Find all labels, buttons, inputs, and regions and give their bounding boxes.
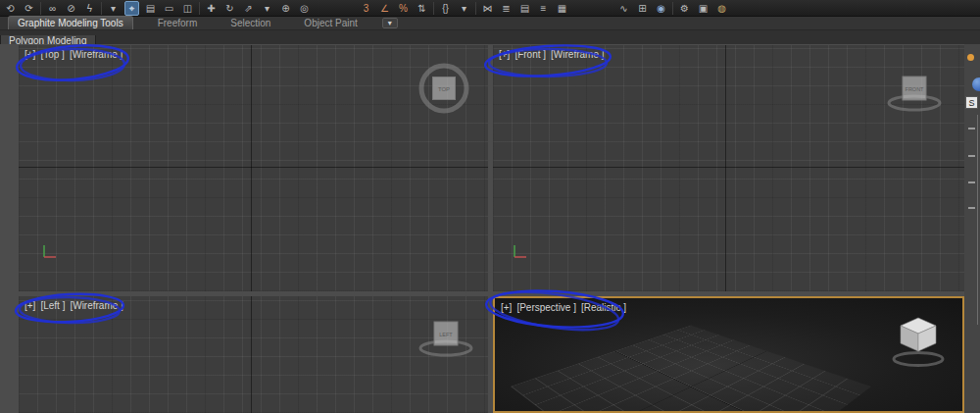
toggle-layer-explorer-icon[interactable]: ≡ (536, 1, 551, 16)
grid-axis-vertical (251, 296, 252, 413)
bind-to-space-warp-icon[interactable]: ϟ (82, 1, 97, 16)
viewport-shading-menu[interactable]: [Wireframe ] (551, 49, 604, 60)
render-production-icon[interactable]: ◍ (714, 1, 729, 16)
sphere-icon[interactable] (972, 77, 980, 91)
toolbar-separator (101, 2, 102, 15)
align-icon[interactable]: ≣ (499, 1, 514, 16)
viewport-left[interactable]: [+] [Left ] [Wireframe ] LEFT (19, 296, 488, 413)
undo-icon[interactable]: ⟲ (3, 1, 18, 16)
grid-axis-horizontal (19, 167, 488, 168)
viewport-label: [+] [Top ] [Wireframe ] (24, 49, 122, 60)
use-pivot-point-icon[interactable]: ⊕ (278, 1, 293, 16)
viewport-label: [+] [Left ] [Wireframe ] (24, 300, 123, 311)
viewport-pov-menu[interactable]: [Perspective ] (516, 302, 576, 313)
mirror-icon[interactable]: ⋈ (480, 1, 495, 16)
window-crossing-toggle-icon[interactable]: ◫ (180, 1, 195, 16)
grid-axis-horizontal (614, 351, 803, 413)
viewport-label: [+] [Front ] [Wireframe ] (499, 49, 605, 60)
select-and-rotate-icon[interactable]: ↻ (222, 1, 237, 16)
viewport-area: [+] [Top ] [Wireframe ] TOP [+] [Front ]… (0, 44, 964, 413)
toolbar-separator (475, 2, 476, 15)
select-and-link-icon[interactable]: ∞ (45, 1, 60, 16)
viewport-pov-menu[interactable]: [Top ] (40, 49, 64, 60)
viewcube-icon[interactable]: TOP (416, 61, 471, 116)
viewport-shading-menu[interactable]: [Wireframe ] (70, 49, 122, 60)
toggle-scene-explorer-icon[interactable]: ▤ (517, 1, 532, 16)
graphite-ribbon-toggle-icon[interactable]: ▦ (555, 1, 569, 16)
select-and-manipulate-icon[interactable]: ◎ (297, 1, 312, 16)
rollout-dash-icon (968, 181, 975, 183)
redo-icon[interactable]: ⟳ (22, 1, 36, 16)
svg-text:TOP: TOP (438, 86, 450, 92)
select-by-name-icon[interactable]: ▤ (143, 1, 158, 16)
named-selection-sets-dropdown-icon[interactable]: ▾ (457, 1, 471, 16)
grid-axis-vertical (251, 45, 252, 291)
command-panel-strip: S (964, 44, 980, 413)
render-setup-icon[interactable]: ⚙ (677, 1, 692, 16)
select-object-icon[interactable]: ⌖ (124, 1, 139, 16)
grid-axis-horizontal (493, 167, 964, 168)
viewport-pov-menu[interactable]: [Left ] (40, 300, 65, 311)
panel-edge (977, 115, 978, 325)
tab-object-paint[interactable]: Object Paint (295, 17, 366, 29)
grid-axis-vertical (725, 45, 726, 291)
rendered-frame-window-icon[interactable]: ▣ (696, 1, 710, 16)
spinner-snap-toggle-icon[interactable]: ⇅ (415, 1, 429, 16)
reference-coordinate-dropdown-icon[interactable]: ▾ (260, 1, 274, 16)
rollout-dash-icon (968, 128, 975, 129)
tab-freeform[interactable]: Freeform (149, 17, 207, 29)
tab-graphite-modeling-tools[interactable]: Graphite Modeling Tools (8, 16, 133, 29)
toolbar-separator (199, 2, 200, 15)
viewcube-icon[interactable] (889, 312, 948, 369)
pin-icon (967, 54, 974, 61)
viewport-shading-menu[interactable]: [Realistic ] (581, 302, 626, 313)
ground-grid (511, 326, 871, 413)
percent-snap-toggle-icon[interactable]: % (396, 1, 411, 16)
viewport-perspective[interactable]: [+] [Perspective ] [Realistic ] (493, 296, 964, 413)
axis-tripod-icon (509, 242, 530, 264)
ribbon-panel-row: Polygon Modeling (0, 30, 980, 44)
svg-text:LEFT: LEFT (439, 332, 453, 337)
viewport-label: [+] [Perspective ] [Realistic ] (501, 302, 626, 313)
viewport-pov-menu[interactable]: [Front ] (514, 49, 546, 60)
rollout-dash-icon (968, 207, 975, 209)
selection-filter-dropdown-icon[interactable]: ▾ (106, 1, 121, 16)
unlink-selection-icon[interactable]: ⊘ (64, 1, 78, 16)
select-and-scale-icon[interactable]: ⇗ (241, 1, 256, 16)
toolbar-separator (672, 2, 673, 15)
material-editor-icon[interactable]: ◉ (654, 1, 668, 16)
viewport-front[interactable]: [+] [Front ] [Wireframe ] FRONT (493, 45, 964, 291)
s-button[interactable]: S (965, 96, 978, 109)
tab-selection[interactable]: Selection (221, 17, 279, 29)
select-and-move-icon[interactable]: ✚ (204, 1, 219, 16)
edit-named-selection-sets-icon[interactable]: {} (438, 1, 453, 16)
grid-axis-vertical (579, 351, 767, 413)
viewport-general-menu[interactable]: [+] (24, 49, 35, 60)
schematic-view-icon[interactable]: ⊞ (635, 1, 650, 16)
toolbar-separator (433, 2, 434, 15)
snaps-toggle-icon[interactable]: 3 (359, 1, 373, 16)
angle-snap-toggle-icon[interactable]: ∠ (377, 1, 392, 16)
3dsmax-window: ⟲⟳∞⊘ϟ▾⌖▤▭◫✚↻⇗▾⊕◎3∠%⇅{}▾⋈≣▤≡▦∿⊞◉⚙▣◍ Graph… (0, 0, 980, 413)
viewport-general-menu[interactable]: [+] (501, 302, 512, 313)
toolbar-separator (40, 2, 41, 15)
ribbon-overflow-button[interactable]: ▾ (382, 18, 398, 28)
viewcube-icon[interactable]: FRONT (883, 69, 946, 114)
ribbon-tab-bar: Graphite Modeling Tools Freeform Selecti… (0, 17, 980, 30)
svg-text:FRONT: FRONT (906, 86, 925, 92)
viewport-general-menu[interactable]: [+] (499, 49, 510, 60)
main-toolbar: ⟲⟳∞⊘ϟ▾⌖▤▭◫✚↻⇗▾⊕◎3∠%⇅{}▾⋈≣▤≡▦∿⊞◉⚙▣◍ (0, 0, 980, 17)
viewport-general-menu[interactable]: [+] (24, 300, 35, 311)
rectangular-selection-region-icon[interactable]: ▭ (162, 1, 176, 16)
viewcube-icon[interactable]: LEFT (415, 314, 477, 359)
curve-editor-icon[interactable]: ∿ (616, 1, 631, 16)
viewport-top[interactable]: [+] [Top ] [Wireframe ] TOP (19, 45, 488, 291)
viewport-shading-menu[interactable]: [Wireframe ] (70, 300, 122, 311)
axis-tripod-icon (38, 242, 60, 264)
rollout-dash-icon (968, 155, 975, 157)
